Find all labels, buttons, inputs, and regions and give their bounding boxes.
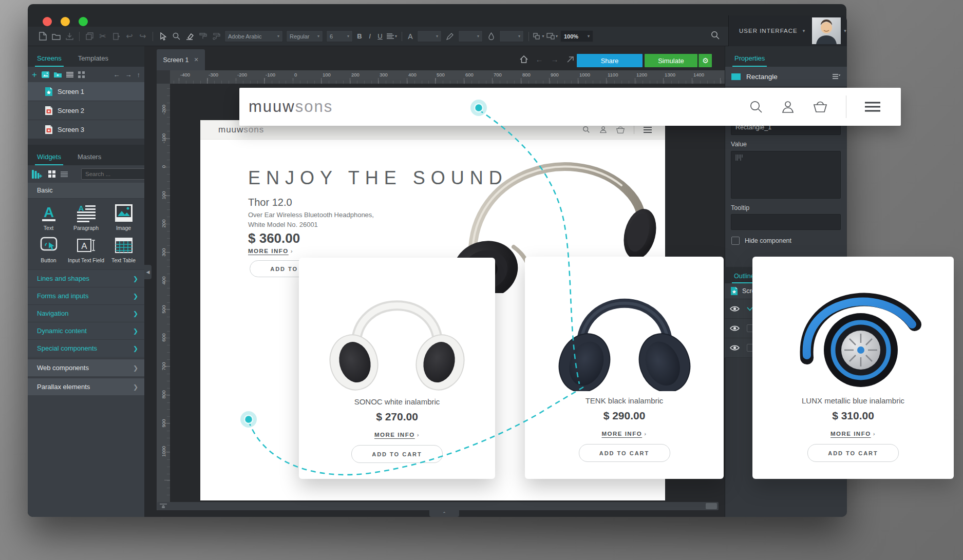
- tab-masters[interactable]: Masters: [68, 153, 108, 165]
- eraser-icon[interactable]: [183, 30, 196, 43]
- select-cursor-icon[interactable]: [156, 30, 169, 43]
- visibility-eye-icon[interactable]: [730, 344, 740, 351]
- close-tab-icon[interactable]: ✕: [194, 56, 198, 63]
- screen-list-item[interactable]: Screen 2: [28, 101, 144, 120]
- horizontal-scrollbar[interactable]: [157, 502, 719, 510]
- open-folder-icon[interactable]: [49, 30, 63, 43]
- text-align-select[interactable]: ▾: [385, 30, 399, 43]
- product-add-to-cart-button[interactable]: ADD TO CART: [579, 444, 670, 462]
- font-color-select[interactable]: ▾: [417, 30, 442, 42]
- hide-component-checkbox[interactable]: [731, 237, 740, 245]
- screen-list-item[interactable]: Screen 1: [28, 82, 144, 101]
- zoom-window-button[interactable]: [79, 17, 88, 26]
- font-color-letter[interactable]: A: [405, 32, 416, 41]
- font-style-select[interactable]: Regular▾: [286, 30, 323, 42]
- font-size-select[interactable]: 6▾: [326, 30, 353, 42]
- paste-icon[interactable]: [109, 30, 123, 43]
- widget-input-text-field[interactable]: A Input Text Field: [67, 236, 105, 263]
- fill-color-select[interactable]: ▾: [499, 30, 524, 42]
- global-search-icon[interactable]: [711, 31, 720, 40]
- close-window-button[interactable]: [43, 17, 52, 26]
- screen-list-item[interactable]: Screen 3: [28, 120, 144, 139]
- undo-icon[interactable]: ↩: [123, 30, 136, 43]
- format-painter-icon[interactable]: [196, 30, 210, 43]
- nav-back-icon[interactable]: ←: [114, 71, 120, 79]
- list-view-icon[interactable]: [66, 72, 73, 78]
- tab-properties[interactable]: Properties: [725, 54, 772, 67]
- preview-devices-icon[interactable]: ▾: [545, 30, 559, 43]
- redo-icon[interactable]: ↪: [136, 30, 149, 43]
- tab-widgets[interactable]: Widgets: [28, 153, 68, 165]
- detach-preview-icon[interactable]: [564, 53, 576, 65]
- product-add-to-cart-button[interactable]: ADD TO CART: [807, 444, 899, 462]
- widget-paragraph[interactable]: A Paragraph: [67, 204, 105, 231]
- italic-button[interactable]: I: [365, 32, 375, 40]
- value-textarea[interactable]: [731, 151, 841, 199]
- font-family-select[interactable]: Adobe Arabic▾: [224, 30, 283, 42]
- site-logo-small[interactable]: muuwsons: [218, 125, 264, 135]
- site-basket-icon[interactable]: [813, 101, 827, 113]
- zoom-level-select[interactable]: 100%▾: [560, 30, 593, 42]
- avatar[interactable]: [812, 17, 841, 44]
- widget-search-input[interactable]: [81, 168, 147, 180]
- history-forward-icon[interactable]: →: [549, 53, 561, 65]
- workspace-chevron-icon[interactable]: ▾: [803, 28, 805, 33]
- duplicate-icon[interactable]: [83, 30, 96, 43]
- tab-screens[interactable]: Screens: [28, 54, 69, 67]
- widget-grid-view-icon[interactable]: [48, 170, 55, 178]
- add-folder-icon[interactable]: [54, 71, 62, 78]
- widget-list-view-icon[interactable]: [61, 171, 68, 177]
- stroke-color-select[interactable]: ▾: [458, 30, 483, 42]
- category-web-components[interactable]: Web components❯: [28, 359, 144, 376]
- grid-view-icon[interactable]: [78, 71, 85, 78]
- style-painter-icon[interactable]: [210, 30, 223, 43]
- product-more-info-link[interactable]: MORE INFO›: [601, 431, 647, 437]
- category-forms-and-inputs[interactable]: Forms and inputs❯: [28, 287, 144, 304]
- product-card-tenk[interactable]: TENK black inalambric $ 290.00 MORE INFO…: [525, 257, 724, 479]
- product-card-sonoc[interactable]: SONOC white inalambric $ 270.00 MORE INF…: [299, 258, 495, 479]
- component-menu-icon[interactable]: [833, 74, 841, 80]
- product-add-to-cart-button[interactable]: ADD TO CART: [351, 445, 443, 463]
- underline-button[interactable]: U: [375, 32, 385, 40]
- avatar-chevron-icon[interactable]: ▾: [844, 28, 846, 33]
- category-dynamic-content[interactable]: Dynamic content❯: [28, 322, 144, 339]
- visibility-eye-icon[interactable]: [730, 325, 740, 332]
- zoom-tool-icon[interactable]: [169, 30, 183, 43]
- site-menu-icon[interactable]: [865, 102, 880, 112]
- history-back-icon[interactable]: ←: [533, 53, 545, 65]
- add-image-screen-icon[interactable]: [42, 71, 49, 78]
- product-card-lunx[interactable]: LUNX metallic blue inalambric $ 310.00 M…: [752, 257, 954, 479]
- widget-image[interactable]: Image: [105, 204, 142, 231]
- product-more-info-link[interactable]: MORE INFO›: [374, 432, 420, 438]
- collapse-sidebar-handle[interactable]: ◀: [144, 265, 152, 279]
- section-basic[interactable]: Basic: [28, 183, 144, 199]
- widget-text-table[interactable]: Text Table: [105, 236, 142, 263]
- canvas-tab-screen1[interactable]: Screen 1 ✕: [157, 49, 205, 70]
- widget-text[interactable]: A Text: [30, 204, 67, 231]
- category-special-components[interactable]: Special components❯: [28, 339, 144, 357]
- site-account-icon[interactable]: [781, 100, 795, 113]
- product-more-info-link[interactable]: MORE INFO›: [830, 431, 876, 437]
- visibility-eye-icon[interactable]: [730, 305, 740, 312]
- tab-templates[interactable]: Templates: [69, 54, 116, 67]
- fill-droplet-icon[interactable]: [484, 30, 498, 43]
- category-navigation[interactable]: Navigation❯: [28, 304, 144, 322]
- workspace-select[interactable]: USER INTERFACE: [739, 28, 798, 34]
- stroke-pencil-icon[interactable]: [443, 30, 457, 43]
- tooltip-input[interactable]: [731, 214, 841, 230]
- simulate-settings-gear-icon[interactable]: ⚙: [698, 54, 712, 67]
- save-icon[interactable]: [63, 30, 76, 43]
- nav-up-icon[interactable]: ↑: [137, 71, 141, 79]
- site-search-icon[interactable]: [749, 100, 763, 113]
- bold-button[interactable]: B: [354, 32, 365, 40]
- new-file-icon[interactable]: [36, 30, 49, 43]
- home-icon[interactable]: [518, 53, 530, 65]
- collapse-bottombar-tab[interactable]: ⌃: [429, 510, 459, 517]
- category-lines-and-shapes[interactable]: Lines and shapes❯: [28, 269, 144, 287]
- add-screen-icon[interactable]: +: [32, 70, 37, 79]
- scrollbar-thumb[interactable]: [706, 503, 717, 509]
- floating-site-header[interactable]: muuwsons: [239, 88, 901, 126]
- arrange-icon[interactable]: ▾: [532, 30, 545, 43]
- category-parallax-elements[interactable]: Parallax elements❯: [28, 378, 144, 395]
- minimize-window-button[interactable]: [61, 17, 70, 26]
